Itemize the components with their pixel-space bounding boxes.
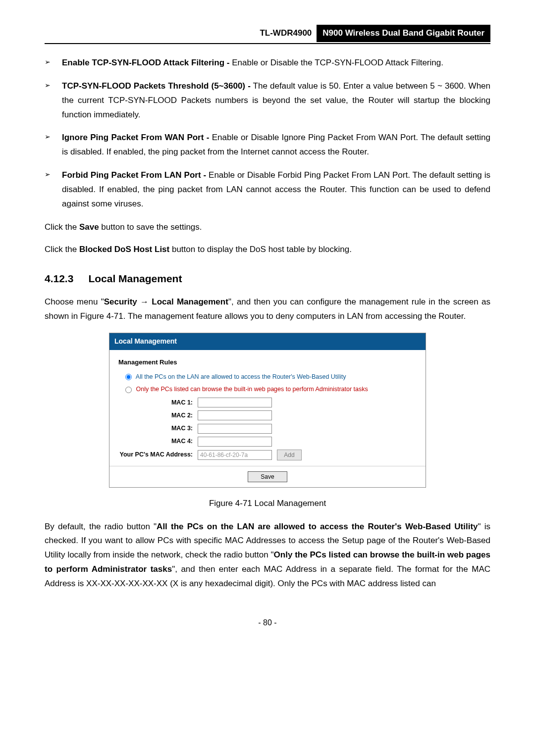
section-number: 4.12.3 — [45, 270, 73, 288]
bullet-item: TCP-SYN-FLOOD Packets Threshold (5~3600)… — [45, 79, 490, 122]
save-button[interactable]: Save — [248, 471, 287, 482]
page-number: - 80 - — [45, 616, 490, 629]
final-paragraph: By default, the radio button "All the PC… — [45, 520, 490, 591]
mac2-row: MAC 2: — [118, 410, 417, 421]
mac3-input[interactable] — [198, 424, 272, 434]
bullet-body: Enable or Disable the TCP-SYN-FLOOD Atta… — [229, 58, 443, 67]
panel-title: Local Management — [109, 333, 426, 350]
radio-all-row[interactable]: All the PCs on the LAN are allowed to ac… — [125, 372, 417, 382]
header-model: TL-WDR4900 — [255, 25, 317, 42]
blocked-paragraph: Click the Blocked DoS Host List button t… — [45, 243, 490, 257]
mac2-label: MAC 2: — [118, 410, 198, 421]
bullet-title: Ignore Ping Packet From WAN Port - — [62, 133, 209, 142]
radio-all-input[interactable] — [125, 374, 132, 380]
bullet-list: Enable TCP-SYN-FLOOD Attack Filtering - … — [45, 56, 490, 211]
save-paragraph: Click the Save button to save the settin… — [45, 220, 490, 235]
radio-all-label: All the PCs on the LAN are allowed to ac… — [136, 373, 346, 380]
mac4-row: MAC 4: — [118, 436, 417, 447]
mac3-row: MAC 3: — [118, 423, 417, 434]
local-management-panel: Local Management Management Rules All th… — [109, 333, 426, 487]
radio-only-label: Only the PCs listed can browse the built… — [136, 386, 368, 393]
your-mac-input[interactable] — [198, 450, 272, 460]
section-title: Local Management — [88, 273, 182, 284]
your-mac-row: Your PC's MAC Address: Add — [118, 450, 417, 460]
mac3-label: MAC 3: — [118, 423, 198, 434]
figure-caption: Figure 4-71 Local Management — [45, 497, 490, 511]
bullet-item: Forbid Ping Packet From LAN Port - Enabl… — [45, 168, 490, 211]
section-heading: 4.12.3Local Management — [45, 270, 490, 288]
bullet-title: Enable TCP-SYN-FLOOD Attack Filtering - — [62, 58, 229, 67]
mac1-label: MAC 1: — [118, 398, 198, 408]
mac4-label: MAC 4: — [118, 436, 198, 447]
save-row: Save — [109, 466, 426, 487]
mac4-input[interactable] — [198, 437, 272, 447]
mac1-input[interactable] — [198, 398, 272, 407]
bullet-item: Ignore Ping Packet From WAN Port - Enabl… — [45, 131, 490, 159]
panel-body: Management Rules All the PCs on the LAN … — [109, 350, 426, 466]
intro-paragraph: Choose menu "Security → Local Management… — [45, 295, 490, 324]
add-button[interactable]: Add — [277, 450, 302, 460]
bullet-title: Forbid Ping Packet From LAN Port - — [62, 170, 206, 180]
mac1-row: MAC 1: — [118, 398, 417, 408]
bullet-item: Enable TCP-SYN-FLOOD Attack Filtering - … — [45, 56, 490, 70]
figure-local-management: Local Management Management Rules All th… — [45, 333, 490, 487]
bullet-title: TCP-SYN-FLOOD Packets Threshold (5~3600)… — [62, 81, 251, 91]
radio-only-input[interactable] — [125, 387, 132, 393]
your-mac-label: Your PC's MAC Address: — [118, 450, 198, 460]
page-header: TL-WDR4900 N900 Wireless Dual Band Gigab… — [45, 25, 490, 44]
radio-only-row[interactable]: Only the PCs listed can browse the built… — [125, 384, 417, 395]
header-desc: N900 Wireless Dual Band Gigabit Router — [317, 25, 490, 42]
management-rules-heading: Management Rules — [118, 357, 417, 368]
mac2-input[interactable] — [198, 410, 272, 420]
